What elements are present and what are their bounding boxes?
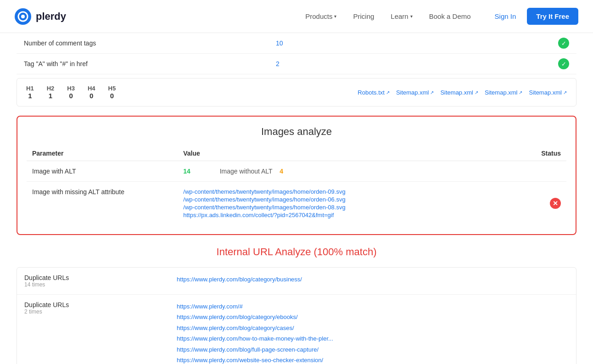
- external-icon: ↗: [563, 90, 567, 95]
- heading-h4-label: H4: [88, 85, 95, 92]
- internal-url-title: Internal URL Analyze (100% match): [17, 246, 576, 258]
- nav-learn[interactable]: Learn ▾: [383, 9, 420, 24]
- alt-count-green: 14: [183, 168, 190, 175]
- heading-h5-value: 0: [108, 92, 116, 100]
- group-main-label: Duplicate URLs: [24, 301, 177, 308]
- chevron-down-icon: ▾: [410, 14, 413, 19]
- svg-point-2: [21, 15, 25, 18]
- navbar: plerdy Products ▾ Pricing Learn ▾ Book a…: [0, 0, 593, 33]
- group-sub-label: 14 times: [24, 281, 177, 288]
- path-link[interactable]: /wp-content/themes/twentytwenty/images/h…: [183, 188, 515, 195]
- alt-count-orange: 4: [280, 168, 283, 175]
- nav-book-demo[interactable]: Book a Demo: [422, 9, 478, 24]
- sitemap-links: Robots.txt ↗ Sitemap.xml ↗ Sitemap.xml ↗…: [358, 89, 567, 96]
- url-group: Duplicate URLs 2 times https://www.plerd…: [17, 295, 576, 364]
- external-icon: ↗: [386, 90, 390, 95]
- table-row: Tag "A" with "#" in href 2 ✓: [17, 54, 576, 74]
- path-link[interactable]: /wp-content/themes/twentytwenty/images/h…: [183, 204, 515, 211]
- alt-status: [520, 161, 566, 182]
- heading-h1-value: 1: [26, 92, 34, 100]
- heading-h4-value: 0: [88, 92, 95, 100]
- url-group-label: Duplicate URLs 2 times: [24, 301, 177, 364]
- top-stats-table: Number of comment tags 10 ✓ Tag "A" with…: [17, 33, 576, 74]
- alt-value: 14 Image without ALT 4: [178, 161, 520, 182]
- error-icon: ✕: [550, 198, 561, 209]
- images-analyze-section: Images analyze Parameter Value Status Im…: [17, 116, 576, 235]
- logo-text: plerdy: [36, 11, 66, 22]
- external-icon: ↗: [430, 90, 434, 95]
- heading-h3-value: 0: [67, 92, 75, 100]
- col-value: Value: [178, 146, 520, 161]
- path-link[interactable]: https://px.ads.linkedin.com/collect/?pid…: [183, 212, 515, 218]
- nav-links: Products ▾ Pricing Learn ▾ Book a Demo: [298, 9, 478, 24]
- path-list: /wp-content/themes/twentytwenty/images/h…: [183, 188, 515, 218]
- table-row: Image with ALT 14 Image without ALT 4: [27, 161, 566, 182]
- heading-h1-label: H1: [26, 85, 34, 92]
- missing-alt-param: Image with missing ALT attribute: [27, 182, 178, 225]
- heading-h2-label: H2: [47, 85, 55, 92]
- images-analyze-title: Images analyze: [27, 126, 566, 138]
- headings-grid: H1 1 H2 1 H3 0 H4 0 H5 0: [26, 85, 116, 100]
- try-free-button[interactable]: Try It Free: [527, 8, 578, 25]
- heading-h3-label: H3: [67, 85, 75, 92]
- heading-h4: H4 0: [88, 85, 95, 100]
- url-link[interactable]: https://www.plerdy.com/#: [177, 301, 569, 312]
- logo-icon: [15, 8, 31, 25]
- group-sub-label: 2 times: [24, 308, 177, 315]
- missing-alt-paths: /wp-content/themes/twentytwenty/images/h…: [178, 182, 520, 225]
- table-header-row: Parameter Value Status: [27, 146, 566, 161]
- col-parameter: Parameter: [27, 146, 178, 161]
- heading-h3: H3 0: [67, 85, 75, 100]
- signin-button[interactable]: Sign In: [489, 9, 522, 24]
- nav-actions: Sign In Try It Free: [489, 8, 578, 25]
- no-alt-label: Image without ALT: [220, 168, 273, 175]
- param-label: Number of comment tags: [17, 33, 269, 54]
- url-link[interactable]: https://www.plerdy.com/blog/category/bus…: [177, 274, 569, 285]
- robots-link[interactable]: Robots.txt ↗: [358, 89, 390, 96]
- nav-pricing[interactable]: Pricing: [346, 9, 381, 24]
- param-label: Tag "A" with "#" in href: [17, 54, 269, 74]
- url-groups-container: Duplicate URLs 14 times https://www.pler…: [17, 267, 576, 364]
- url-link[interactable]: https://www.plerdy.com/blog/full-page-sc…: [177, 344, 569, 355]
- logo[interactable]: plerdy: [15, 8, 66, 25]
- heading-h5: H5 0: [108, 85, 116, 100]
- param-value: 10: [269, 33, 410, 54]
- heading-h2-value: 1: [47, 92, 55, 100]
- check-icon: ✓: [558, 38, 569, 49]
- nav-products[interactable]: Products ▾: [298, 9, 344, 24]
- alt-param: Image with ALT: [27, 161, 178, 182]
- sitemap-link-1[interactable]: Sitemap.xml ↗: [396, 89, 434, 96]
- param-status: ✓: [410, 33, 576, 54]
- external-icon: ↗: [519, 90, 522, 95]
- url-group: Duplicate URLs 14 times https://www.pler…: [17, 268, 576, 295]
- param-status: ✓: [410, 54, 576, 74]
- url-list: https://www.plerdy.com/# https://www.ple…: [177, 301, 569, 364]
- url-link[interactable]: https://www.plerdy.com/blog/category/cas…: [177, 323, 569, 333]
- col-status: Status: [520, 146, 566, 161]
- missing-alt-status: ✕: [520, 182, 566, 225]
- sitemap-link-4[interactable]: Sitemap.xml ↗: [529, 89, 567, 96]
- sitemap-link-2[interactable]: Sitemap.xml ↗: [440, 89, 478, 96]
- sitemap-link-3[interactable]: Sitemap.xml ↗: [485, 89, 523, 96]
- group-main-label: Duplicate URLs: [24, 274, 177, 281]
- check-icon: ✓: [558, 58, 569, 69]
- url-link[interactable]: https://www.plerdy.com/website-seo-check…: [177, 355, 569, 364]
- param-value: 2: [269, 54, 410, 74]
- url-list: https://www.plerdy.com/blog/category/bus…: [177, 274, 569, 288]
- heading-h2: H2 1: [47, 85, 55, 100]
- path-link[interactable]: /wp-content/themes/twentytwenty/images/h…: [183, 196, 515, 203]
- heading-h1: H1 1: [26, 85, 34, 100]
- url-link[interactable]: https://www.plerdy.com/how-to-make-money…: [177, 333, 569, 344]
- url-group-label: Duplicate URLs 14 times: [24, 274, 177, 288]
- table-row: Number of comment tags 10 ✓: [17, 33, 576, 54]
- url-link[interactable]: https://www.plerdy.com/blog/category/ebo…: [177, 312, 569, 322]
- table-row: Image with missing ALT attribute /wp-con…: [27, 182, 566, 225]
- chevron-down-icon: ▾: [334, 14, 336, 19]
- images-table: Parameter Value Status Image with ALT 14…: [27, 146, 566, 225]
- heading-h5-label: H5: [108, 85, 116, 92]
- headings-section: H1 1 H2 1 H3 0 H4 0 H5 0 Robots.txt: [17, 78, 576, 106]
- external-icon: ↗: [475, 90, 478, 95]
